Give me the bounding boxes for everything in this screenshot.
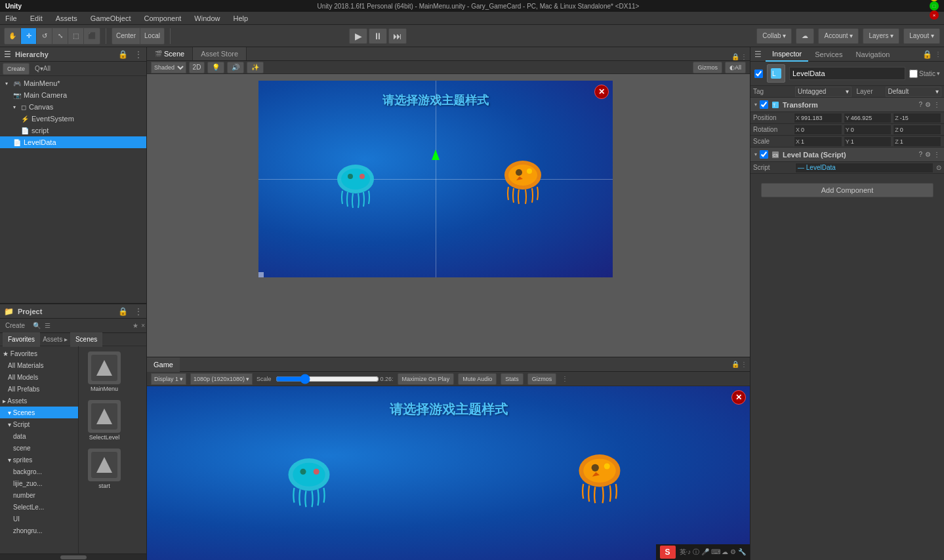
transform-help[interactable]: ? — [918, 101, 922, 108]
leveldata-help[interactable]: ? — [918, 151, 922, 158]
hierarchy-item-script[interactable]: 📄 script — [0, 125, 146, 136]
maximize-on-play-button[interactable]: Maximize On Play — [398, 373, 455, 385]
hierarchy-create-button[interactable]: Create — [3, 63, 30, 75]
static-dropdown-arrow[interactable]: ▾ — [937, 70, 940, 77]
light-button[interactable]: 💡 — [207, 62, 224, 73]
rotation-x-field[interactable]: X 0 — [794, 125, 842, 135]
file-mainmenu[interactable]: MainMenu — [81, 349, 127, 395]
close-button[interactable]: × — [930, 10, 939, 20]
inspector-menu[interactable]: ⋮ — [935, 50, 941, 58]
project-lock[interactable]: 🔒 — [118, 307, 128, 316]
rotation-z-field[interactable]: Z 0 — [893, 125, 941, 135]
position-x-field[interactable]: X 991.183 — [794, 113, 842, 123]
object-active-toggle[interactable] — [754, 70, 763, 78]
scene-game-rect[interactable]: ✕ 请选择游戏主题样式 — [258, 81, 613, 277]
2d-button[interactable]: 2D — [189, 62, 205, 73]
tree-favorites[interactable]: ★ Favorites — [0, 348, 78, 359]
inspector-tab-inspector[interactable]: Inspector — [766, 47, 808, 62]
pause-button[interactable]: ⏸ — [369, 28, 387, 44]
rotation-y-field[interactable]: Y 0 — [844, 125, 892, 135]
tree-all-models[interactable]: All Models — [0, 371, 78, 383]
tree-number[interactable]: number — [0, 489, 78, 501]
tab-favorites[interactable]: Favorites — [3, 332, 40, 347]
tree-zhongru[interactable]: zhongru... — [0, 525, 78, 536]
rotate-tool[interactable]: ↺ — [37, 28, 52, 44]
tree-ui[interactable]: UI — [0, 513, 78, 525]
hierarchy-menu[interactable]: ⋮ — [134, 50, 142, 59]
position-y-field[interactable]: Y 466.925 — [844, 113, 892, 123]
layer-dropdown[interactable]: Default ▾ — [886, 87, 942, 97]
project-tab-favorites[interactable]: Create — [0, 319, 30, 333]
position-z-field[interactable]: Z -15 — [893, 113, 941, 123]
tab-asset-store[interactable]: Asset Store — [193, 47, 247, 60]
add-component-button[interactable]: Add Component — [761, 183, 934, 197]
maximize-button[interactable]: □ — [930, 1, 939, 10]
menu-edit[interactable]: Edit — [28, 14, 45, 22]
tree-selectle[interactable]: SelectLe... — [0, 501, 78, 513]
play-button[interactable]: ▶ — [349, 28, 367, 44]
cloud-button[interactable]: ☁ — [796, 28, 814, 44]
transform-settings[interactable]: ⚙ — [925, 101, 931, 108]
menu-assets[interactable]: Assets — [53, 14, 80, 22]
tree-backgro[interactable]: backgro... — [0, 466, 78, 477]
hierarchy-item-leveldata[interactable]: 📄 LevelData — [0, 136, 146, 148]
layers-button[interactable]: Layers ▾ — [863, 28, 899, 44]
game-panel-close[interactable]: ⋮ — [562, 375, 568, 382]
scale-slider[interactable] — [276, 375, 379, 383]
rect-tool[interactable]: ⬚ — [68, 28, 84, 44]
leveldata-more[interactable]: ⋮ — [934, 151, 940, 158]
stats-button[interactable]: Stats — [501, 373, 523, 385]
all-button[interactable]: ◐All — [725, 62, 746, 73]
mute-audio-button[interactable]: Mute Audio — [458, 373, 497, 385]
hierarchy-item-maincamera[interactable]: 📷 Main Camera — [0, 89, 146, 101]
object-name-field[interactable] — [789, 67, 905, 80]
menu-window[interactable]: Window — [192, 14, 222, 22]
leveldata-settings[interactable]: ⚙ — [925, 151, 931, 158]
tree-scenes[interactable]: ▾ Scenes — [0, 407, 78, 418]
scene-lock[interactable]: 🔒 — [731, 53, 739, 60]
project-close[interactable]: × — [140, 322, 146, 329]
scale-y-field[interactable]: Y 1 — [844, 136, 892, 147]
effects-button[interactable]: ✨ — [247, 62, 264, 73]
tree-all-prefabs[interactable]: All Prefabs — [0, 383, 78, 395]
menu-file[interactable]: File — [3, 14, 20, 22]
inspector-tab-navigation[interactable]: Navigation — [849, 47, 896, 62]
transform-toggle[interactable] — [760, 100, 768, 109]
hierarchy-item-eventsystem[interactable]: ⚡ EventSystem — [0, 113, 146, 125]
tag-dropdown[interactable]: Untagged ▾ — [795, 87, 852, 97]
inspector-lock[interactable]: 🔒 — [922, 50, 932, 59]
script-field-value[interactable]: — LevelData — [795, 163, 934, 173]
audio-button[interactable]: 🔊 — [227, 62, 244, 73]
layout-button[interactable]: Layout ▾ — [903, 28, 940, 44]
scale-x-field[interactable]: X 1 — [794, 136, 842, 147]
menu-gameobject[interactable]: GameObject — [88, 14, 134, 22]
scroll-thumb[interactable] — [60, 555, 87, 559]
resolution-dropdown[interactable]: 1080p (1920x1080) ▾ — [190, 373, 253, 385]
resize-handle-tl[interactable] — [258, 272, 264, 277]
tree-assets[interactable]: ▸ Assets — [0, 395, 78, 407]
hierarchy-lock[interactable]: 🔒 — [118, 50, 128, 59]
gizmos-button[interactable]: Gizmos — [693, 62, 722, 73]
hierarchy-item-canvas[interactable]: ▾ ◻ Canvas — [0, 101, 146, 113]
tree-script[interactable]: ▾ Script — [0, 418, 78, 430]
shading-dropdown[interactable]: Shaded — [151, 62, 186, 73]
transform-more[interactable]: ⋮ — [934, 101, 940, 108]
file-selectlevel[interactable]: SelectLevel — [81, 397, 127, 443]
tab-scene[interactable]: 🎬 Scene — [147, 47, 193, 60]
project-menu[interactable]: ⋮ — [134, 307, 142, 316]
inspector-tab-services[interactable]: Services — [808, 47, 849, 62]
script-dot-button[interactable]: ⊙ — [936, 164, 941, 171]
tree-lijie[interactable]: lijie_zuo... — [0, 477, 78, 489]
display-dropdown[interactable]: Display 1 ▾ — [151, 373, 186, 385]
account-button[interactable]: Account ▾ — [818, 28, 859, 44]
tree-data[interactable]: data — [0, 430, 78, 442]
leveldata-toggle[interactable] — [760, 150, 768, 159]
pivot-button[interactable]: Center — [112, 28, 140, 44]
hand-tool[interactable]: ✋ — [5, 28, 21, 44]
tree-all-materials[interactable]: All Materials — [0, 359, 78, 371]
scene-menu[interactable]: ⋮ — [741, 53, 747, 60]
file-start[interactable]: start — [81, 446, 127, 492]
static-checkbox[interactable] — [909, 70, 918, 78]
transform-section-header[interactable]: ▾ T Transform ? ⚙ ⋮ — [750, 98, 944, 112]
game-menu[interactable]: ⋮ — [741, 361, 747, 368]
